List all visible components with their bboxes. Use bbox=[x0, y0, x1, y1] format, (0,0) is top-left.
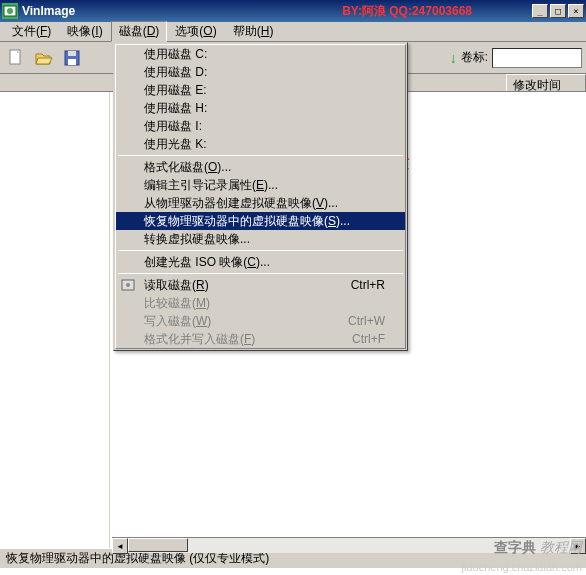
menu-separator bbox=[118, 155, 403, 156]
menu-write-disk: 写入磁盘(W)Ctrl+W bbox=[116, 312, 405, 330]
menu-use-disk-e[interactable]: 使用磁盘 E: bbox=[116, 81, 405, 99]
menu-separator bbox=[118, 250, 403, 251]
tree-panel[interactable] bbox=[0, 92, 110, 548]
arrow-down-icon: ↓ bbox=[450, 50, 457, 66]
menu-file[interactable]: 文件(F) bbox=[4, 21, 59, 42]
maximize-button[interactable]: □ bbox=[550, 4, 566, 18]
menu-format-write: 格式化并写入磁盘(F)Ctrl+F bbox=[116, 330, 405, 348]
app-icon bbox=[2, 3, 18, 19]
menu-use-cd-k[interactable]: 使用光盘 K: bbox=[116, 135, 405, 153]
menubar: 文件(F) 映像(I) 磁盘(D) 选项(O) 帮助(H) bbox=[0, 22, 586, 42]
window-controls: _ □ × bbox=[532, 4, 584, 18]
menu-image[interactable]: 映像(I) bbox=[59, 21, 110, 42]
app-title: VinImage bbox=[22, 4, 75, 18]
menu-create-vhd[interactable]: 从物理驱动器创建虚拟硬盘映像(V)... bbox=[116, 194, 405, 212]
menu-disk[interactable]: 磁盘(D) bbox=[111, 21, 168, 42]
new-button[interactable] bbox=[4, 46, 28, 70]
disk-dropdown-menu: 使用磁盘 C: 使用磁盘 D: 使用磁盘 E: 使用磁盘 H: 使用磁盘 I: … bbox=[113, 42, 408, 351]
svg-rect-4 bbox=[68, 51, 76, 56]
titlebar: VinImage BY:阿浪 QQ:247003668 _ □ × bbox=[0, 0, 586, 22]
watermark-url: jiaocheng.chazidian.com bbox=[462, 561, 582, 573]
menu-edit-mbr[interactable]: 编辑主引导记录属性(E)... bbox=[116, 176, 405, 194]
volume-label-text: 卷标: bbox=[461, 49, 488, 66]
minimize-button[interactable]: _ bbox=[532, 4, 548, 18]
save-button[interactable] bbox=[60, 46, 84, 70]
svg-rect-5 bbox=[68, 59, 76, 65]
close-button[interactable]: × bbox=[568, 4, 584, 18]
label-section: ↓ 卷标: bbox=[450, 48, 582, 68]
menu-compare-disk: 比较磁盘(M) bbox=[116, 294, 405, 312]
menu-use-disk-c[interactable]: 使用磁盘 C: bbox=[116, 45, 405, 63]
column-modtime[interactable]: 修改时间 bbox=[506, 74, 586, 91]
menu-format-disk[interactable]: 格式化磁盘(O)... bbox=[116, 158, 405, 176]
credits-text: BY:阿浪 QQ:247003668 bbox=[342, 3, 472, 20]
menu-convert-vhd[interactable]: 转换虚拟硬盘映像... bbox=[116, 230, 405, 248]
menu-options[interactable]: 选项(O) bbox=[167, 21, 224, 42]
watermark-brand: 查字典 教程网 bbox=[494, 539, 582, 557]
menu-use-disk-d[interactable]: 使用磁盘 D: bbox=[116, 63, 405, 81]
disk-icon bbox=[120, 277, 136, 293]
menu-use-disk-i[interactable]: 使用磁盘 I: bbox=[116, 117, 405, 135]
scroll-thumb[interactable] bbox=[128, 538, 188, 552]
menu-read-disk[interactable]: 读取磁盘(R)Ctrl+R bbox=[116, 276, 405, 294]
open-button[interactable] bbox=[32, 46, 56, 70]
volume-label-input[interactable] bbox=[492, 48, 582, 68]
svg-point-1 bbox=[7, 8, 13, 14]
menu-create-iso[interactable]: 创建光盘 ISO 映像(C)... bbox=[116, 253, 405, 271]
menu-help[interactable]: 帮助(H) bbox=[225, 21, 282, 42]
scroll-left-button[interactable]: ◄ bbox=[112, 538, 128, 554]
svg-point-7 bbox=[126, 283, 130, 287]
menu-use-disk-h[interactable]: 使用磁盘 H: bbox=[116, 99, 405, 117]
menu-separator bbox=[118, 273, 403, 274]
menu-restore-vhd[interactable]: 恢复物理驱动器中的虚拟硬盘映像(S)... bbox=[116, 212, 405, 230]
